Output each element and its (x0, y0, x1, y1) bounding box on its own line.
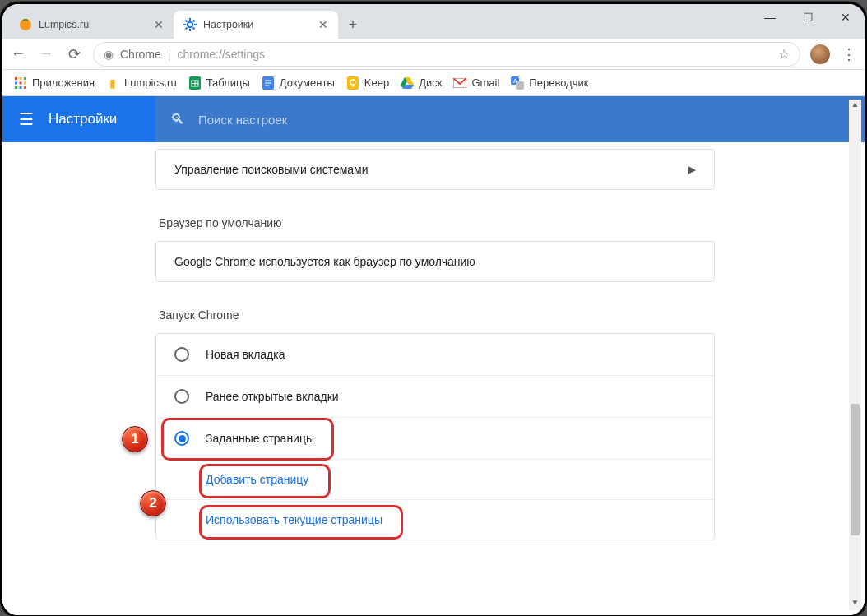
default-browser-heading: Браузер по умолчанию (159, 216, 715, 229)
url-scheme: Chrome (120, 48, 161, 61)
svg-line-8 (186, 28, 188, 30)
svg-rect-16 (15, 86, 17, 89)
close-button[interactable]: ✕ (827, 4, 865, 30)
tab-settings[interactable]: Настройки ✕ (174, 11, 338, 39)
gmail-icon (453, 76, 466, 90)
search-engines-card: Управление поисковыми системами ▶ (155, 149, 715, 190)
svg-rect-12 (24, 77, 26, 80)
address-bar[interactable]: ◉ Chrome | chrome://settings ☆ (93, 42, 800, 67)
orange-favicon (19, 18, 32, 31)
radio-icon (174, 389, 189, 404)
svg-rect-18 (24, 86, 26, 89)
startup-option-continue[interactable]: Ранее открытые вкладки (156, 375, 714, 417)
scrollbar-thumb[interactable] (851, 404, 860, 535)
profile-avatar[interactable] (810, 44, 830, 64)
svg-point-1 (188, 22, 192, 27)
search-input[interactable] (197, 112, 850, 127)
settings-search[interactable]: 🔍︎ (155, 96, 865, 142)
svg-rect-14 (20, 81, 22, 84)
radio-checked-icon (174, 431, 189, 446)
gear-icon (183, 18, 197, 31)
svg-line-7 (193, 28, 195, 30)
bookmark-star-icon[interactable]: ☆ (778, 46, 790, 62)
svg-line-9 (193, 21, 195, 22)
scroll-down-icon[interactable]: ▼ (849, 598, 861, 610)
folder-icon: ▮ (106, 76, 119, 90)
svg-rect-15 (24, 81, 26, 84)
hamburger-icon[interactable]: ☰ (19, 109, 34, 129)
bookmark-sheets[interactable]: Таблицы (188, 76, 250, 90)
svg-rect-10 (15, 77, 17, 80)
startup-option-newtab[interactable]: Новая вкладка (156, 334, 714, 375)
bookmark-keep[interactable]: Keep (346, 76, 389, 90)
bookmark-gmail[interactable]: Gmail (453, 76, 499, 90)
svg-rect-13 (15, 81, 17, 84)
settings-header: ☰ Настройки 🔍︎ (2, 96, 865, 142)
startup-card: Новая вкладка Ранее открытые вкладки Зад… (155, 333, 715, 540)
translate-icon: A (511, 76, 524, 90)
back-button[interactable]: ← (9, 45, 27, 63)
search-icon: 🔍︎ (170, 111, 185, 128)
svg-line-6 (186, 21, 188, 22)
settings-page: Управление поисковыми системами ▶ Браузе… (2, 142, 865, 615)
vertical-scrollbar[interactable]: ▲ ▼ (849, 100, 861, 610)
tab-lumpics[interactable]: Lumpics.ru ✕ (9, 11, 174, 39)
apps-shortcut[interactable]: Приложения (14, 76, 95, 90)
radio-icon (174, 347, 189, 362)
svg-rect-17 (20, 86, 22, 89)
drive-icon (401, 76, 414, 90)
new-tab-button[interactable]: + (341, 13, 364, 36)
forward-button[interactable]: → (37, 45, 55, 63)
use-current-pages-link[interactable]: Использовать текущие страницы (156, 499, 714, 540)
default-browser-status: Google Chrome используется как браузер п… (156, 242, 714, 281)
bookmark-drive[interactable]: Диск (401, 76, 442, 90)
content-area: ☰ Настройки 🔍︎ Управление поисковыми сис… (2, 96, 865, 615)
chevron-right-icon: ▶ (688, 164, 696, 175)
bookmark-docs[interactable]: Документы (262, 76, 335, 90)
minimize-button[interactable]: — (751, 4, 789, 30)
svg-rect-11 (20, 77, 22, 80)
url-text: chrome://settings (177, 48, 265, 61)
docs-icon (262, 76, 275, 90)
svg-point-0 (20, 19, 31, 30)
reload-button[interactable]: ⟳ (65, 45, 83, 63)
tab-title: Настройки (203, 19, 253, 30)
nav-toolbar: ← → ⟳ ◉ Chrome | chrome://settings ☆ ⋮ (2, 39, 865, 70)
startup-heading: Запуск Chrome (159, 308, 715, 322)
site-info-icon[interactable]: ◉ (104, 48, 114, 61)
sheets-icon (188, 76, 202, 90)
tab-strip: Lumpics.ru ✕ Настройки ✕ + — ☐ ✕ (2, 4, 865, 39)
close-icon[interactable]: ✕ (154, 18, 164, 31)
annotation-badge-1: 1 (122, 426, 148, 452)
page-title: Настройки (49, 111, 117, 127)
manage-search-engines-row[interactable]: Управление поисковыми системами ▶ (156, 150, 714, 189)
svg-text:A: A (513, 78, 517, 84)
default-browser-card: Google Chrome используется как браузер п… (155, 241, 715, 282)
browser-window: Lumpics.ru ✕ Настройки ✕ + — ☐ ✕ ← → ⟳ ◉… (0, 2, 867, 616)
bookmarks-bar: Приложения ▮ Lumpics.ru Таблицы Документ… (2, 70, 865, 96)
add-page-link[interactable]: Добавить страницу (156, 459, 714, 499)
tab-title: Lumpics.ru (39, 19, 89, 30)
menu-icon[interactable]: ⋮ (840, 45, 858, 63)
close-icon[interactable]: ✕ (318, 18, 328, 31)
startup-option-specific[interactable]: Заданные страницы (156, 417, 714, 459)
keep-icon (346, 76, 359, 90)
bookmark-lumpics[interactable]: ▮ Lumpics.ru (106, 76, 177, 90)
svg-rect-27 (347, 76, 359, 90)
maximize-button[interactable]: ☐ (789, 4, 827, 30)
apps-icon (14, 76, 27, 90)
scroll-up-icon[interactable]: ▲ (849, 100, 861, 112)
bookmark-translate[interactable]: A Переводчик (511, 76, 588, 90)
window-controls: — ☐ ✕ (751, 4, 865, 30)
